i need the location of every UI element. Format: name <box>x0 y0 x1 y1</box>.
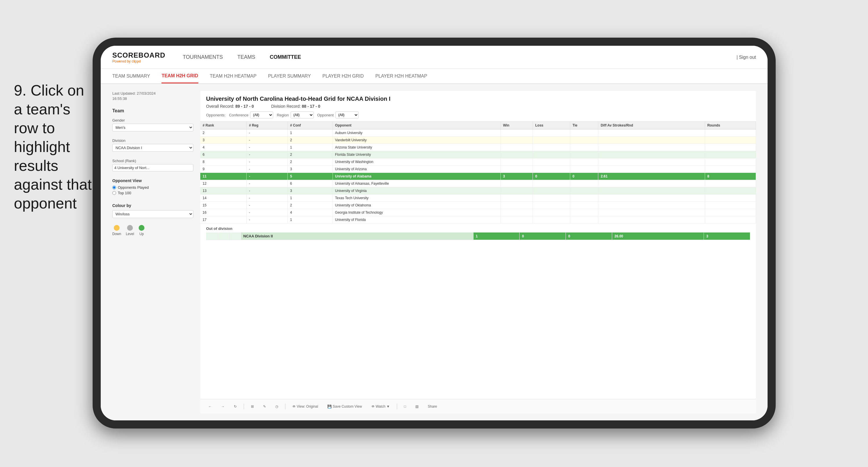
table-row[interactable]: 13-3University of Virginia <box>200 187 756 195</box>
sidebar: Last Updated: 27/03/2024 16:55:38 Team G… <box>112 91 193 413</box>
legend-dot-up <box>138 225 145 231</box>
data-cell: 2 <box>288 151 333 158</box>
sub-nav-player-summary[interactable]: PLAYER SUMMARY <box>268 69 311 83</box>
view-original-btn[interactable]: 👁 View: Original <box>290 403 320 410</box>
col-tie: Tie <box>570 122 598 129</box>
data-cell <box>598 216 705 224</box>
sub-nav-player-h2h-grid[interactable]: PLAYER H2H GRID <box>322 69 364 83</box>
edit-btn[interactable]: ✎ <box>261 403 268 410</box>
data-cell <box>598 202 705 209</box>
data-cell <box>570 216 598 224</box>
division-select[interactable]: NCAA Division I <box>112 144 193 152</box>
nav-item-committee[interactable]: COMMITTEE <box>270 53 301 61</box>
data-cell: 3 <box>501 173 533 180</box>
watch-btn[interactable]: 👁 Watch ▼ <box>369 403 392 410</box>
opponent-select[interactable]: (All) <box>336 112 359 118</box>
data-cell: 12 <box>200 180 247 187</box>
data-cell <box>598 144 705 151</box>
out-of-division-table: NCAA Division II 1 0 0 26.00 3 <box>206 232 750 240</box>
data-cell <box>705 129 756 137</box>
colour-by-select[interactable]: Win/loss <box>112 210 193 218</box>
table-area: University of North Carolina Head-to-Hea… <box>200 91 756 413</box>
table-row[interactable]: 6-2Florida State University <box>200 151 756 158</box>
sign-out-link[interactable]: | Sign out <box>737 55 756 60</box>
table-row[interactable]: 14-1Texas Tech University <box>200 195 756 202</box>
data-cell: 1 <box>288 129 333 137</box>
refresh-btn[interactable]: ↻ <box>231 403 239 410</box>
radio-top100[interactable]: Top 100 <box>112 191 193 195</box>
table-row[interactable]: 8-2University of Washington <box>200 158 756 166</box>
sub-nav-team-h2h-grid[interactable]: TEAM H2H GRID <box>161 69 198 83</box>
table-row[interactable]: 17-1University of Florida <box>200 216 756 224</box>
table-row[interactable]: 2-1Auburn University <box>200 129 756 137</box>
gender-select[interactable]: Men's <box>112 124 193 132</box>
data-cell: 2 <box>288 137 333 144</box>
sub-nav: TEAM SUMMARY TEAM H2H GRID TEAM H2H HEAT… <box>101 69 768 84</box>
data-cell: 2.61 <box>598 173 705 180</box>
data-cell <box>570 209 598 216</box>
table-row[interactable]: 9-3University of Arizona <box>200 166 756 173</box>
data-cell <box>533 187 570 195</box>
conference-select[interactable]: (All) <box>250 112 273 118</box>
nav-item-teams[interactable]: TEAMS <box>237 53 255 61</box>
school-label: School (Rank) <box>112 159 193 163</box>
undo-btn[interactable]: ← <box>206 403 214 410</box>
data-cell: - <box>247 137 288 144</box>
nav-item-tournaments[interactable]: TOURNAMENTS <box>183 53 223 61</box>
table-row[interactable]: 3-2Vanderbilt University <box>200 137 756 144</box>
data-cell: - <box>247 202 288 209</box>
data-cell: 3 <box>288 166 333 173</box>
share-btn[interactable]: Share <box>426 403 439 410</box>
col-opponent: Opponent <box>333 122 501 129</box>
sub-nav-team-h2h-heatmap[interactable]: TEAM H2H HEATMAP <box>210 69 257 83</box>
opponents-label: Opponents: <box>206 113 225 117</box>
data-cell: - <box>247 187 288 195</box>
data-table: # Rank # Reg # Conf Opponent Win Loss Ti… <box>200 122 756 399</box>
data-cell <box>570 202 598 209</box>
data-cell <box>705 216 756 224</box>
h2h-table: # Rank # Reg # Conf Opponent Win Loss Ti… <box>200 122 756 224</box>
toolbar-icon-1[interactable]: □ <box>402 403 408 410</box>
grid-btn[interactable]: ⊞ <box>249 403 256 410</box>
data-cell <box>570 158 598 166</box>
last-updated: Last Updated: 27/03/2024 16:55:38 <box>112 91 193 101</box>
table-row[interactable]: 15-2University of Oklahoma <box>200 202 756 209</box>
out-div-row[interactable]: NCAA Division II 1 0 0 26.00 3 <box>206 232 750 240</box>
opponent-cell: University of Arkansas, Fayetteville <box>333 180 501 187</box>
redo-btn[interactable]: → <box>219 403 227 410</box>
bottom-toolbar: ← → ↻ ⊞ ✎ ◷ 👁 View: Original 💾 Save Cust… <box>200 399 756 413</box>
data-cell <box>501 151 533 158</box>
radio-opponents-played[interactable]: Opponents Played <box>112 185 193 189</box>
data-cell <box>570 129 598 137</box>
instruction-text: 9. Click on a team's row to highlight re… <box>14 81 95 213</box>
data-cell <box>705 195 756 202</box>
data-cell: - <box>247 166 288 173</box>
data-cell <box>705 166 756 173</box>
opponent-cell: Vanderbilt University <box>333 137 501 144</box>
data-cell: 0 <box>533 173 570 180</box>
table-row[interactable]: 12-6University of Arkansas, Fayetteville <box>200 180 756 187</box>
toolbar-divider-1 <box>244 404 244 409</box>
toolbar-icon-2[interactable]: ▧ <box>413 403 421 410</box>
data-cell <box>533 137 570 144</box>
save-custom-btn[interactable]: 💾 Save Custom View <box>325 403 364 410</box>
logo-title: SCOREBOARD <box>112 51 165 59</box>
clock-btn[interactable]: ◷ <box>273 403 280 410</box>
table-row[interactable]: 16-4Georgia Institute of Technology <box>200 209 756 216</box>
region-select[interactable]: (All) <box>290 112 314 118</box>
table-row[interactable]: 11-5University of Alabama3002.618 <box>200 173 756 180</box>
school-value[interactable]: 4 University of Nort... <box>112 164 193 171</box>
data-cell: 1 <box>288 195 333 202</box>
out-div-tie: 0 <box>566 232 612 240</box>
data-cell <box>533 151 570 158</box>
data-cell: - <box>247 180 288 187</box>
data-cell: 8 <box>705 173 756 180</box>
data-cell <box>598 137 705 144</box>
table-row[interactable]: 4-1Arizona State University <box>200 144 756 151</box>
sub-nav-team-summary[interactable]: TEAM SUMMARY <box>112 69 150 83</box>
data-cell <box>705 144 756 151</box>
data-cell: - <box>247 173 288 180</box>
sub-nav-player-h2h-heatmap[interactable]: PLAYER H2H HEATMAP <box>375 69 427 83</box>
data-cell <box>501 137 533 144</box>
data-cell <box>598 158 705 166</box>
